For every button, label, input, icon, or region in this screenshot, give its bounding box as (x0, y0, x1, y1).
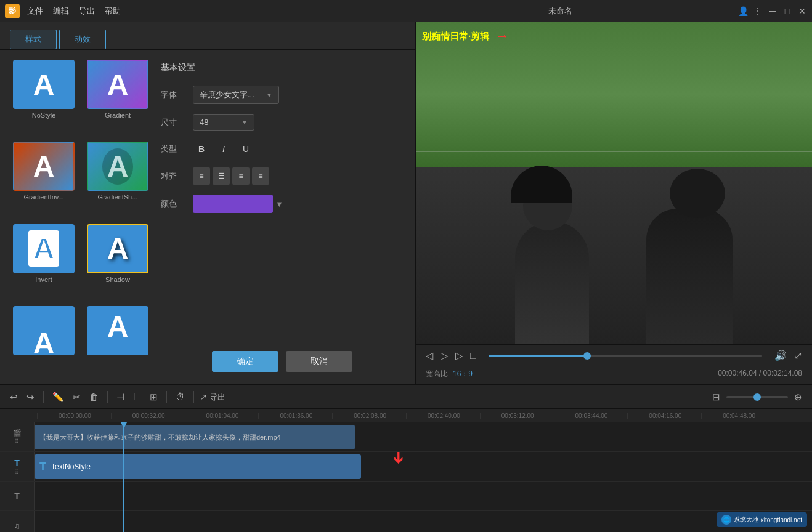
confirm-button[interactable]: 确定 (212, 351, 278, 372)
ruler-marks: 00:00:00.00 00:00:32.00 00:01:04.00 00:0… (37, 413, 775, 419)
text-clip[interactable]: T TextNoStyle (35, 454, 361, 479)
aspect-value: 16：9 (453, 369, 473, 379)
subtitle-arrow: → (495, 28, 509, 44)
toolbar-sep-1 (43, 391, 44, 403)
track-video-header: 🎬 ⠿ (0, 422, 35, 451)
menu-bar: 文件 编辑 导出 帮助 (27, 6, 383, 17)
style-item-nostyle[interactable]: A NoStyle (10, 60, 78, 135)
track-text2-body (35, 482, 812, 510)
timeline-toolbar: ↩ ↪ ✏️ ✂ 🗑 ⊣ ⊢ ⊞ ⏱ ↗ 导出 ⊟ ⊕ (0, 385, 812, 409)
split-right-btn[interactable]: ⊢ (131, 390, 144, 404)
style-item-invert[interactable]: A Invert (10, 224, 78, 300)
menu-edit[interactable]: 编辑 (53, 6, 69, 17)
ruler-mark-9: 00:04:48.00 (701, 413, 775, 419)
progress-dot (583, 352, 591, 360)
style-preview-gradientsh: A (87, 142, 148, 191)
align-left[interactable]: ≡ (193, 167, 210, 185)
style-item-partial2[interactable]: A (84, 306, 148, 374)
font-label: 字体 (161, 89, 185, 100)
zoom-in-btn[interactable]: ⊕ (792, 390, 805, 404)
main-content: 样式 动效 A NoStyle A Gradient (0, 22, 812, 384)
minimize-icon[interactable]: ─ (768, 6, 777, 16)
undo-btn[interactable]: ↩ (7, 390, 20, 404)
style-label-gradient: Gradient (105, 111, 131, 119)
user-icon[interactable]: 👤 (738, 6, 748, 16)
text-clip-label: TextNoStyle (51, 462, 91, 471)
align-controls: ≡ ☰ ≡ ≡ (193, 167, 269, 185)
fullscreen-btn[interactable]: ⤢ (794, 350, 802, 361)
progress-bar[interactable] (489, 355, 762, 357)
more-icon[interactable]: ⋮ (753, 6, 763, 16)
menu-help[interactable]: 帮助 (105, 6, 121, 17)
video-clip[interactable]: 【我是大哥大】收获伊藤和京子的沙雕甜，不敢撩却让人家撩头像，甜甜der.mp4 (35, 425, 355, 449)
ruler-mark-4: 00:02:08.00 (332, 413, 406, 419)
track-text2-header: T (0, 482, 35, 510)
volume-btn[interactable]: 🔊 (774, 350, 787, 361)
setting-row-align: 对齐 ≡ ☰ ≡ ≡ (161, 167, 403, 185)
style-item-shadow[interactable]: A Shadow (84, 224, 148, 300)
app-logo: 影 (5, 4, 20, 18)
export-btn[interactable]: ↗ 导出 (200, 392, 225, 403)
menu-file[interactable]: 文件 (27, 6, 43, 17)
close-icon[interactable]: ✕ (797, 6, 807, 16)
video-preview: 别痴情日常·剪辑 → (416, 22, 812, 344)
split-left-btn[interactable]: ⊣ (114, 390, 127, 404)
align-center[interactable]: ☰ (213, 167, 230, 185)
style-item-gradientinv[interactable]: A GradientInv... (10, 142, 78, 217)
aspect-label: 宽高比 (426, 369, 448, 379)
track-text1-header: T ⠿ (0, 452, 35, 481)
style-item-partial1[interactable]: A (10, 306, 78, 374)
zoom-slider[interactable] (726, 396, 788, 398)
next-frame-btn[interactable]: ▷ (455, 350, 463, 361)
draw-btn[interactable]: ✏️ (50, 390, 67, 404)
prev-frame-btn[interactable]: ◁ (426, 350, 433, 361)
ruler-mark-0: 00:00:00.00 (37, 413, 111, 419)
size-label: 尺寸 (161, 117, 185, 128)
color-dropdown-arrow[interactable]: ▼ (275, 200, 283, 209)
style-item-gradientsh[interactable]: A GradientSh... (84, 142, 148, 217)
export-label: 导出 (209, 392, 225, 403)
video-subtitle: 别痴情日常·剪辑 (422, 31, 489, 42)
align-right[interactable]: ≡ (232, 167, 250, 185)
style-preview-partial2: A (87, 306, 148, 355)
style-label-shadow: Shadow (105, 276, 130, 283)
track-audio-body (35, 511, 812, 532)
stop-btn[interactable]: □ (470, 350, 476, 361)
video-clip-label: 【我是大哥大】收获伊藤和京子的沙雕甜，不敢撩却让人家撩头像，甜甜der.mp4 (39, 433, 281, 442)
window-controls: 👤 ⋮ ─ □ ✕ (738, 6, 807, 16)
size-dropdown[interactable]: 48 ▼ (193, 114, 254, 131)
grid-btn[interactable]: ⊞ (147, 390, 160, 404)
maximize-icon[interactable]: □ (782, 6, 792, 16)
setting-row-type: 类型 B I U (161, 140, 403, 158)
video-track-drag: ⠿ (15, 438, 19, 445)
time-btn[interactable]: ⏱ (173, 390, 187, 403)
color-picker[interactable]: ▼ (193, 195, 283, 213)
zoom-out-btn[interactable]: ⊟ (710, 390, 723, 404)
track-audio-header: ♫ (0, 511, 35, 532)
style-preview-partial1: A (13, 306, 75, 355)
style-item-gradient[interactable]: A Gradient (84, 60, 148, 135)
delete-btn[interactable]: 🗑 (87, 390, 101, 403)
align-justify[interactable]: ≡ (252, 167, 269, 185)
cancel-button[interactable]: 取消 (286, 351, 352, 372)
type-italic[interactable]: I (215, 140, 232, 158)
track-audio: ♫ (0, 511, 812, 532)
cut-btn[interactable]: ✂ (70, 390, 83, 404)
font-dropdown[interactable]: 辛庶少女文字... ▼ (193, 86, 279, 104)
tab-animation[interactable]: 动效 (59, 30, 106, 49)
style-preview-invert: A (13, 224, 75, 273)
settings-panel: 基本设置 字体 辛庶少女文字... ▼ 尺寸 48 ▼ (148, 50, 415, 384)
redo-btn[interactable]: ↪ (24, 390, 37, 404)
track-text1-body: T TextNoStyle ➔ (35, 452, 812, 481)
style-preview-gradientinv: A (13, 142, 75, 191)
video-info: 宽高比 16：9 00:00:46.04 / 00:02:14.08 (416, 366, 812, 384)
toolbar-sep-4 (193, 391, 194, 403)
timeline-tracks: 🎬 ⠿ 【我是大哥大】收获伊藤和京子的沙雕甜，不敢撩却让人家撩头像，甜甜der.… (0, 422, 812, 532)
type-underline[interactable]: U (237, 140, 254, 158)
tab-style[interactable]: 样式 (10, 30, 57, 49)
type-bold[interactable]: B (193, 140, 210, 158)
menu-export[interactable]: 导出 (79, 6, 95, 17)
play-btn[interactable]: ▷ (441, 350, 448, 361)
ruler-mark-3: 00:01:36.00 (258, 413, 332, 419)
font-dropdown-arrow: ▼ (266, 92, 272, 99)
